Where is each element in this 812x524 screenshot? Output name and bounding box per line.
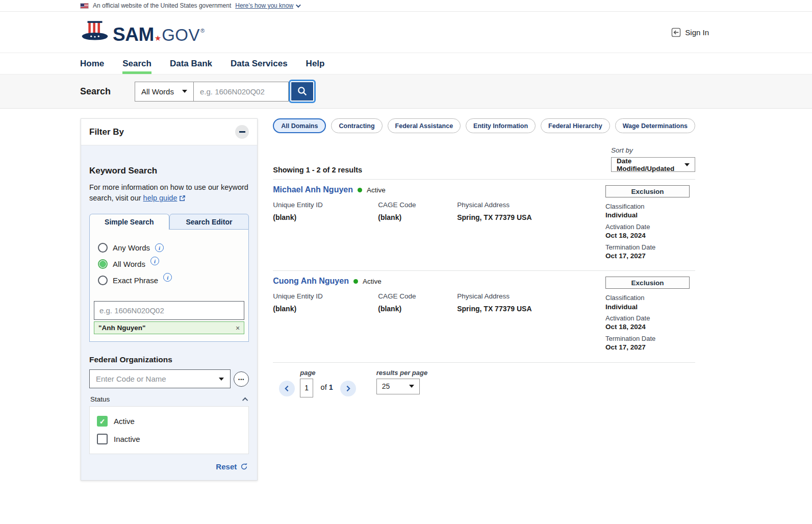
chevron-left-icon xyxy=(284,385,290,392)
logo-wordmark: SAM ★ GOV ® xyxy=(113,25,205,44)
sort-area: Sort by Date Modified/Updated xyxy=(611,146,695,172)
per-page-group: results per page 25 xyxy=(376,369,427,394)
pill-wage-determinations[interactable]: Wage Determinations xyxy=(615,118,695,133)
content-area: Filter By Keyword Search For more inform… xyxy=(0,109,812,481)
radio-row-any-words: Any Words i xyxy=(98,243,244,253)
search-icon xyxy=(297,86,308,97)
search-mode-select[interactable]: All Words xyxy=(135,82,194,102)
radio-row-all-words: All Words i xyxy=(98,259,244,269)
keyword-input[interactable] xyxy=(94,301,244,320)
previous-page-button[interactable] xyxy=(279,381,295,396)
results-column: All Domains Contracting Federal Assistan… xyxy=(258,118,695,397)
domain-pills: All Domains Contracting Federal Assistan… xyxy=(273,118,695,133)
results-per-page-select[interactable]: 25 xyxy=(376,379,420,394)
select-caret-icon xyxy=(219,378,224,381)
samgov-logo[interactable]: SAM ★ GOV ® xyxy=(80,20,205,44)
nav-item-data-bank[interactable]: Data Bank xyxy=(170,53,212,74)
reset-filters-button[interactable]: Reset xyxy=(89,454,249,475)
pill-federal-assistance[interactable]: Federal Assistance xyxy=(388,118,461,133)
select-caret-icon xyxy=(409,385,414,388)
status-option-inactive: Inactive xyxy=(97,434,241,444)
samgov-page: An official website of the United States… xyxy=(0,0,812,524)
page-input-group: page xyxy=(300,369,315,397)
logo-star-icon: ★ xyxy=(155,34,161,42)
official-banner: An official website of the United States… xyxy=(0,0,812,12)
sign-in-button[interactable]: Sign In xyxy=(671,28,709,37)
field-unique-entity-id: Unique Entity ID (blank) xyxy=(273,292,378,313)
detail-classification: Classification Individual xyxy=(605,203,695,220)
federal-organizations-row: ••• xyxy=(89,369,249,388)
chevron-down-icon xyxy=(296,3,301,8)
all-words-radio[interactable] xyxy=(98,259,108,269)
filter-panel: Filter By Keyword Search For more inform… xyxy=(81,118,258,481)
tab-simple-search[interactable]: Simple Search xyxy=(89,214,169,230)
status-section-header[interactable]: Status xyxy=(90,395,248,403)
info-icon[interactable]: i xyxy=(155,243,164,252)
uncle-sam-hat-icon xyxy=(80,20,110,44)
sort-select[interactable]: Date Modified/Updated xyxy=(611,157,695,172)
filter-body: Keyword Search For more information on h… xyxy=(81,145,257,480)
pill-all-domains[interactable]: All Domains xyxy=(273,118,326,133)
result-side: Exclusion Classification Individual Acti… xyxy=(605,185,695,263)
results-per-page-label: results per page xyxy=(376,369,427,377)
page-number-input[interactable] xyxy=(300,379,313,397)
field-physical-address: Physical Address Spring, TX 77379 USA xyxy=(457,292,590,313)
inactive-checkbox[interactable] xyxy=(97,434,108,444)
collapse-filters-button[interactable] xyxy=(235,125,249,139)
info-icon[interactable]: i xyxy=(150,257,159,265)
filter-header: Filter By xyxy=(81,119,257,145)
all-words-label: All Words xyxy=(113,260,145,268)
any-words-radio[interactable] xyxy=(98,243,108,253)
filter-title: Filter By xyxy=(89,127,124,137)
ellipsis-icon: ••• xyxy=(238,377,244,382)
sort-by-label: Sort by xyxy=(611,146,633,154)
help-guide-link[interactable]: help guide xyxy=(143,194,186,202)
simple-search-panel: Any Words i All Words i Exact Phrase i xyxy=(89,230,249,342)
active-status-dot xyxy=(353,279,358,284)
close-icon[interactable]: × xyxy=(236,324,240,332)
any-words-label: Any Words xyxy=(113,243,150,252)
nav-item-help[interactable]: Help xyxy=(306,53,325,74)
nav-item-search[interactable]: Search xyxy=(122,53,151,74)
inactive-checkbox-label: Inactive xyxy=(114,435,140,443)
pill-federal-hierarchy[interactable]: Federal Hierarchy xyxy=(541,118,610,133)
reset-refresh-icon xyxy=(240,463,248,470)
page-label: page xyxy=(300,369,315,377)
federal-org-input[interactable] xyxy=(96,375,205,383)
tab-search-editor[interactable]: Search Editor xyxy=(169,214,249,230)
result-name-link[interactable]: Cuong Anh Nguyen xyxy=(273,277,349,286)
detail-activation-date: Activation Date Oct 18, 2024 xyxy=(605,314,695,332)
active-checkbox[interactable]: ✓ xyxy=(97,416,108,427)
pill-entity-information[interactable]: Entity Information xyxy=(466,118,536,133)
more-options-button[interactable]: ••• xyxy=(234,371,249,387)
search-input[interactable] xyxy=(194,82,289,102)
keyword-chip-label: "Anh Nguyen" xyxy=(98,324,145,332)
search-submit-button[interactable] xyxy=(290,81,314,102)
next-page-button[interactable] xyxy=(340,381,356,396)
exclusion-type-button[interactable]: Exclusion xyxy=(605,185,690,197)
how-you-know-link[interactable]: Here’s how you know xyxy=(235,2,299,9)
exact-phrase-label: Exact Phrase xyxy=(113,276,158,285)
detail-classification: Classification Individual xyxy=(605,294,695,311)
nav-item-home[interactable]: Home xyxy=(80,53,104,74)
select-caret-icon xyxy=(684,163,690,166)
external-link-icon xyxy=(179,194,186,205)
status-label: Status xyxy=(90,395,110,403)
chevron-up-icon xyxy=(242,397,248,403)
detail-activation-date: Activation Date Oct 18, 2024 xyxy=(605,223,695,240)
exact-phrase-radio[interactable] xyxy=(98,276,108,285)
minus-icon xyxy=(239,131,245,133)
field-cage-code: CAGE Code (blank) xyxy=(378,201,457,221)
detail-termination-date: Termination Date Oct 17, 2027 xyxy=(605,243,695,261)
pill-contracting[interactable]: Contracting xyxy=(331,118,382,133)
nav-item-data-services[interactable]: Data Services xyxy=(231,53,288,74)
pagination: page of 1 results per page 25 xyxy=(279,369,695,397)
exclusion-type-button[interactable]: Exclusion xyxy=(605,277,690,289)
result-side: Exclusion Classification Individual Acti… xyxy=(605,277,695,355)
federal-organizations-heading: Federal Organizations xyxy=(89,355,249,364)
site-header: SAM ★ GOV ® Sign In xyxy=(0,12,812,53)
info-icon[interactable]: i xyxy=(163,273,172,282)
result-row: Cuong Anh Nguyen Active Unique Entity ID… xyxy=(273,270,695,362)
result-name-link[interactable]: Michael Anh Nguyen xyxy=(273,185,353,194)
federal-org-combobox[interactable] xyxy=(89,369,231,388)
